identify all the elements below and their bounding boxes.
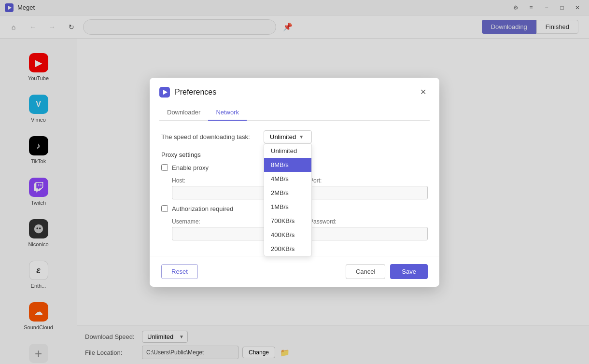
speed-option-200kb[interactable]: 200KB/s	[264, 242, 311, 256]
pref-footer: Reset Cancel Save	[150, 256, 439, 287]
password-field: Password:	[309, 218, 428, 240]
auth-required-label: Authorization required	[172, 205, 233, 212]
save-btn[interactable]: Save	[390, 264, 428, 279]
cancel-btn[interactable]: Cancel	[346, 264, 385, 279]
port-input[interactable]	[309, 186, 428, 199]
pref-tabs: Downloader Network	[159, 105, 430, 121]
speed-option-4mb[interactable]: 4MB/s	[264, 172, 311, 186]
speed-pref-label: The speed of downloading task:	[161, 133, 258, 140]
speed-option-700kb[interactable]: 700KB/s	[264, 214, 311, 228]
enable-proxy-label: Enable proxy	[172, 164, 209, 171]
speed-dropdown-btn[interactable]: Unlimited ▼	[264, 130, 312, 143]
password-label: Password:	[309, 218, 428, 225]
speed-option-1mb[interactable]: 1MB/s	[264, 200, 311, 214]
pref-logo-icon	[159, 87, 170, 98]
speed-option-2mb[interactable]: 2MB/s	[264, 186, 311, 200]
speed-dropdown-arrow-icon: ▼	[299, 134, 304, 140]
pref-tab-downloader[interactable]: Downloader	[159, 105, 208, 121]
speed-pref-row: The speed of downloading task: Unlimited…	[161, 130, 428, 143]
preferences-dialog: Preferences ✕ Downloader Network The spe…	[150, 78, 439, 287]
speed-option-8mb[interactable]: 8MB/s	[264, 158, 311, 172]
speed-option-400kb[interactable]: 400KB/s	[264, 228, 311, 242]
password-input[interactable]	[309, 227, 428, 240]
speed-dropdown-value: Unlimited	[270, 133, 296, 140]
pref-close-btn[interactable]: ✕	[416, 85, 430, 99]
pref-title: Preferences	[175, 88, 411, 97]
reset-btn[interactable]: Reset	[161, 264, 198, 279]
speed-dropdown-menu: Unlimited 8MB/s 4MB/s 2MB/s 1MB/s 700KB/…	[264, 143, 312, 256]
port-label: Port:	[309, 177, 428, 184]
port-field: Port:	[309, 177, 428, 199]
speed-dropdown-wrapper: Unlimited ▼ Unlimited 8MB/s 4MB/s 2MB/s …	[264, 130, 312, 143]
pref-content: The speed of downloading task: Unlimited…	[150, 121, 439, 256]
pref-tab-network[interactable]: Network	[208, 105, 247, 121]
pref-header: Preferences ✕	[150, 78, 439, 99]
enable-proxy-checkbox[interactable]	[161, 164, 168, 171]
pref-btn-group: Cancel Save	[346, 264, 428, 279]
auth-required-checkbox[interactable]	[161, 205, 168, 212]
modal-overlay: Preferences ✕ Downloader Network The spe…	[0, 0, 589, 364]
speed-option-unlimited[interactable]: Unlimited	[264, 144, 311, 158]
